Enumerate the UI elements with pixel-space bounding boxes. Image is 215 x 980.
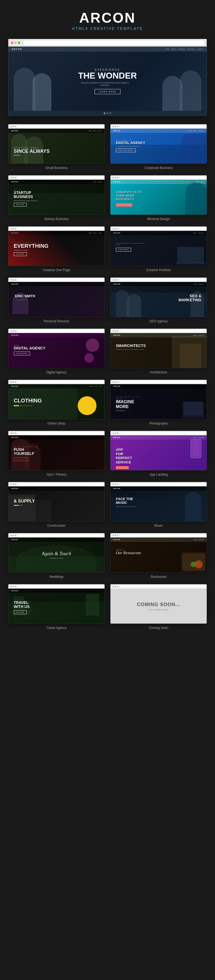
template-item-travel[interactable]: ARCON TRAVELWITH US EXPLORE Travel Agenc… [8, 584, 105, 630]
template-preview: ARCON HOME SERVICES SEO &Marketing [110, 277, 207, 317]
browser-chrome [8, 39, 207, 46]
hero-title: THE WONDER [78, 71, 137, 80]
template-item-seo[interactable]: ARCON HOME SERVICES SEO &Marketing SEO A… [110, 277, 207, 323]
template-item-coming-soon[interactable]: COMING SOON... More templates coming Com… [110, 584, 207, 630]
template-item-app[interactable]: ARCON HOME FEATURES Get AppFor PerfectSe… [110, 431, 207, 476]
template-preview: ARCON HOME PORTFOLIO We put a premium on… [110, 226, 207, 266]
template-preview: ARCON Eric Smith Personal Resume [8, 277, 105, 317]
template-label: Mimimal Design [147, 217, 170, 221]
template-label: Construction [47, 524, 65, 528]
template-label: Coming Soon [149, 626, 169, 630]
template-label: Online Shop [47, 422, 65, 425]
template-preview: ARCON BE AN INSPIRATION PUSHYOURSELF JOI… [8, 431, 105, 471]
hero-content: EXPERIENCE THE WONDER We put a premium o… [78, 68, 137, 94]
template-label: Photography [149, 422, 168, 425]
preview-nav-logo: ARCON [11, 48, 22, 50]
template-label: Weddings [49, 575, 63, 579]
main-preview: ARCON HOME ABOUT SERVICES PORTFOLIO CONT… [8, 39, 207, 116]
template-preview: ARCON Again & Touch Weddings & Events [8, 533, 105, 573]
template-item-creative[interactable]: ARCON HOME ABOUT WORK EVERYTHING IS DESI… [8, 226, 105, 272]
template-item-construction[interactable]: ARCON FLEXIBLE SERVICE & SUPPLY Construc… [8, 482, 105, 528]
template-preview: ARCON TRAVELWITH US EXPLORE [8, 584, 105, 624]
template-label: SEO Agency [149, 319, 168, 323]
template-label: Creative One Page [43, 268, 70, 272]
templates-grid: ARCON HOME ABOUT WORK AFFECTIVE IDEAS SI… [0, 124, 215, 630]
template-item-portfolio[interactable]: ARCON HOME PORTFOLIO We put a premium on… [110, 226, 207, 272]
template-preview: ARCON IN THE HEART OF THE IMAGE IMAGINEM… [110, 380, 207, 419]
template-preview: ARCON HOME WORK Creativity is to Think M… [110, 175, 207, 215]
template-item-weddings[interactable]: ARCON Again & Touch Weddings & Events We… [8, 533, 105, 579]
expand-dot [18, 42, 20, 44]
template-label: Corporate Business [144, 166, 172, 170]
template-item-photography[interactable]: ARCON IN THE HEART OF THE IMAGE IMAGINEM… [110, 380, 207, 425]
template-item-resume[interactable]: ARCON Eric Smith Personal Resume Persona… [8, 277, 105, 323]
template-preview: ARCON HOME ABOUT ARCON STARTUPBUSINESS N… [8, 175, 105, 215]
template-preview: ARCON HOME ABOUT WORK EVERYTHING IS DESI… [8, 226, 105, 266]
template-item-small-business[interactable]: ARCON HOME ABOUT WORK AFFECTIVE IDEAS SI… [8, 124, 105, 170]
page-header: ARCON HTML5 CREATIVE TEMPLATE [0, 0, 215, 39]
template-item-restaurant[interactable]: ARCON MENU RESERVE Welcome to Our Restau… [110, 533, 207, 579]
template-label: Digital Agency [46, 371, 66, 374]
template-preview: COMING SOON... More templates coming [110, 584, 207, 624]
close-dot [11, 42, 13, 44]
template-label: Music [154, 524, 163, 528]
template-label: Creative Portfolio [146, 268, 171, 272]
template-label: Travel Agency [46, 626, 66, 630]
hero-description: We put a premium on results-driven web d… [78, 81, 132, 86]
template-label: Small Business [46, 166, 68, 170]
hero-button[interactable]: LEARN MORE [95, 89, 120, 94]
product-subtitle: HTML5 CREATIVE TEMPLATE [5, 26, 210, 31]
template-preview: ARCON FLEXIBLE SERVICE & SUPPLY [8, 482, 105, 522]
template-label: Startup Business [44, 217, 69, 221]
template-item-shop[interactable]: ARCON HOME SHOP CART CLOTHING NEW COLLEC… [8, 380, 105, 425]
template-preview: ARCON Perfect Digital Agency LEARN MORE [8, 328, 105, 368]
template-label: Restaurant [151, 575, 167, 579]
template-item-corporate[interactable]: ARCON HOME ABOUT SERVICES WELCOME TO DIG… [110, 124, 207, 170]
template-label: Personal Resume [44, 319, 69, 323]
template-label: Architecture [150, 371, 167, 374]
product-title: ARCON [5, 11, 210, 25]
template-preview: ARCON HOME FEATURES Get AppFor PerfectSe… [110, 431, 207, 471]
template-label: App Landing [149, 473, 168, 476]
minimize-dot [14, 42, 17, 44]
template-item-minimal[interactable]: ARCON HOME WORK Creativity is to Think M… [110, 175, 207, 221]
template-preview: ARCON HOME SHOP CART CLOTHING NEW COLLEC… [8, 380, 105, 419]
template-preview: ARCON HOME ABOUT WORK AFFECTIVE IDEAS SI… [8, 124, 105, 164]
template-item-startup[interactable]: ARCON HOME ABOUT ARCON STARTUPBUSINESS N… [8, 175, 105, 221]
template-item-music[interactable]: ARCON FACE THE MUSIC Walk today and carr… [110, 482, 207, 528]
template-item-digital[interactable]: ARCON Perfect Digital Agency LEARN MORE … [8, 328, 105, 374]
template-preview: ARCON HOME PROJECTS SMARCHITECTS Buildin… [110, 328, 207, 368]
template-label: Gym / Fitness [46, 473, 66, 476]
template-preview: ARCON MENU RESERVE Welcome to Our Restau… [110, 533, 207, 573]
template-item-gym[interactable]: ARCON BE AN INSPIRATION PUSHYOURSELF JOI… [8, 431, 105, 476]
template-item-architecture[interactable]: ARCON HOME PROJECTS SMARCHITECTS Buildin… [110, 328, 207, 374]
template-preview: ARCON HOME ABOUT SERVICES WELCOME TO DIG… [110, 124, 207, 164]
hero-section: EXPERIENCE THE WONDER We put a premium o… [8, 52, 207, 111]
url-bar[interactable] [24, 41, 204, 45]
template-preview: ARCON FACE THE MUSIC Walk today and carr… [110, 482, 207, 522]
